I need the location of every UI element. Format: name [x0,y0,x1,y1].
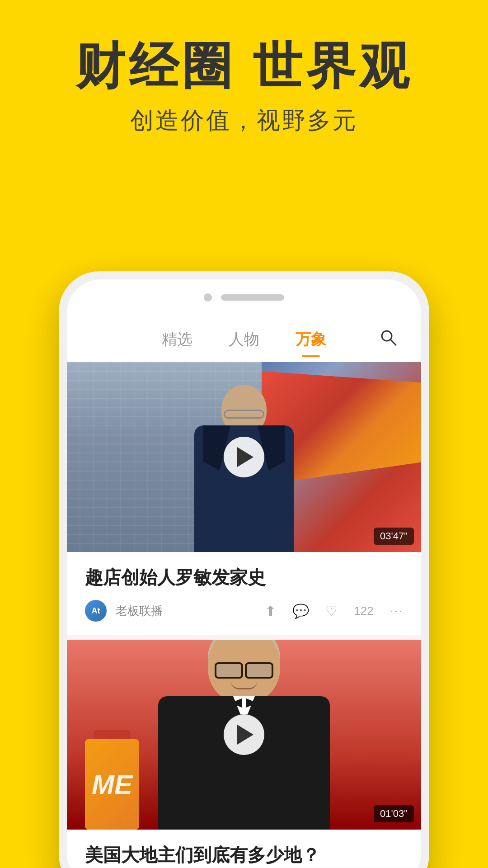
like-count-1: 122 [354,604,373,618]
duration-badge-1: 03'47" [374,528,414,545]
article-card-2: ME [67,640,421,868]
search-icon-btn[interactable] [379,328,399,349]
img2-glasses [212,662,276,676]
phone-top-elements [67,279,421,316]
sub-title: 创造价值，视野多元 [0,105,488,137]
play-triangle-2 [237,725,253,745]
content-area[interactable]: 03'47" 趣店创始人罗敏发家史 At 老板联播 ⬆ [67,362,421,868]
tab-wanxiang[interactable]: 万象 [296,329,326,357]
nav-tabs: 精选 人物 万象 [67,316,421,362]
phone-outer: 精选 人物 万象 [59,271,429,868]
phone-camera [204,293,212,302]
app-content: 精选 人物 万象 [67,316,421,868]
img2-head [208,640,280,703]
img2-bowtie [230,696,258,710]
article-meta-1: At 老板联播 ⬆ 💬 ♡ 122 ··· [85,600,403,622]
phone-container: 精选 人物 万象 [59,271,429,868]
time-banner-top [94,730,130,739]
duration-badge-2: 01'03" [374,805,414,822]
img2-smile [230,680,258,689]
tab-jingxuan[interactable]: 精选 [162,329,192,357]
author-name-1: 老板联播 [116,603,256,619]
header-area: 财经圈 世界观 创造价值，视野多元 [0,0,488,137]
article-title-2: 美国大地主们到底有多少地？ [67,830,421,868]
phone-speaker [221,294,284,301]
more-icon-1[interactable]: ··· [390,604,403,618]
article-image-container-1[interactable]: 03'47" [67,362,421,552]
phone-inner: 精选 人物 万象 [67,279,421,868]
article-info-1: 趣店创始人罗敏发家史 At 老板联播 ⬆ 💬 ♡ 12 [67,552,421,622]
meta-actions-1: ⬆ 💬 ♡ 122 ··· [265,603,403,619]
play-button-1[interactable] [224,437,264,477]
comment-icon-1[interactable]: 💬 [292,603,309,619]
play-button-2[interactable] [224,714,264,755]
main-title: 财经圈 世界观 [0,36,488,96]
article-image-container-2[interactable]: ME [67,640,421,830]
svg-line-1 [390,340,396,345]
tab-renwu[interactable]: 人物 [229,329,259,357]
search-icon [379,328,399,348]
share-icon-1[interactable]: ⬆ [265,603,276,619]
author-avatar-1: At [85,600,107,622]
like-icon-1[interactable]: ♡ [325,603,338,619]
person-glasses [224,410,264,419]
article-title-1: 趣店创始人罗敏发家史 [85,565,403,590]
article-card-1: 03'47" 趣店创始人罗敏发家史 At 老板联播 ⬆ [67,362,421,640]
play-triangle-1 [237,447,253,467]
